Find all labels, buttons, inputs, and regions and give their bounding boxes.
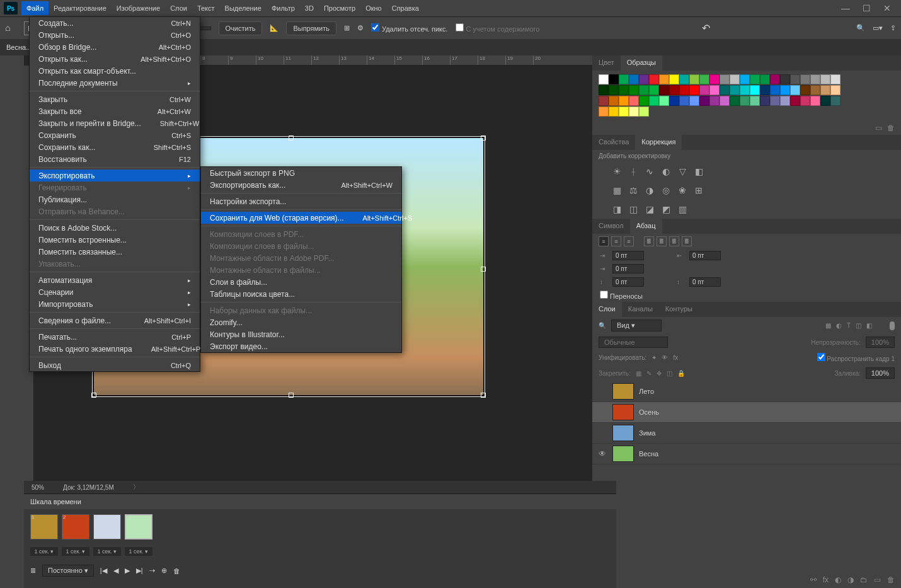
menu-item[interactable]: Таблицы поиска цвета... (201, 288, 401, 300)
balance-icon[interactable]: ⚖ (628, 185, 639, 196)
menu-Слои[interactable]: Слои (165, 1, 192, 15)
tab-character[interactable]: Символ (592, 219, 630, 234)
menu-item[interactable]: Экспорт видео... (201, 340, 401, 352)
gradient-icon[interactable]: ◩ (660, 204, 672, 215)
swatch[interactable] (740, 85, 750, 95)
swatch[interactable] (780, 85, 790, 95)
menu-item[interactable]: Автоматизация▸ (30, 274, 200, 286)
menu-3D[interactable]: 3D (300, 1, 319, 15)
lock-position-icon[interactable]: ✥ (657, 370, 662, 377)
unify-visibility-icon[interactable]: 👁 (662, 354, 668, 361)
tab-color[interactable]: Цвет (592, 55, 621, 71)
indent-left[interactable]: 0 пт (612, 251, 644, 260)
space-after[interactable]: 0 пт (689, 277, 721, 287)
delete-cropped-check[interactable]: Удалить отсеч. пикс. (371, 23, 448, 33)
exposure-icon[interactable]: ◐ (660, 166, 672, 177)
swatch[interactable] (619, 85, 629, 95)
zoom-level[interactable]: 50% (32, 484, 44, 491)
maximize-button[interactable]: ☐ (863, 3, 871, 13)
swatch[interactable] (760, 74, 770, 84)
justify-left[interactable]: ≣ (644, 236, 654, 246)
clear-button[interactable]: Очистить (219, 21, 263, 35)
menu-item[interactable]: ВыходCtrl+Q (30, 359, 200, 371)
close-button[interactable]: ✕ (883, 3, 891, 13)
timeline-frame[interactable]: 11 сек. ▾ (30, 514, 58, 556)
menu-item[interactable]: Публикация... (30, 193, 200, 205)
swatch[interactable] (679, 96, 689, 106)
mixer-icon[interactable]: ◎ (660, 185, 672, 196)
swatch[interactable] (629, 85, 639, 95)
link-layers-icon[interactable]: ⚯ (810, 575, 817, 584)
align-left[interactable]: ≡ (599, 236, 609, 246)
fx-icon[interactable]: fx (823, 575, 829, 584)
swatch[interactable] (599, 96, 609, 106)
swatch[interactable] (649, 74, 659, 84)
menu-Текст[interactable]: Текст (192, 1, 220, 15)
minimize-button[interactable]: — (841, 3, 850, 13)
swatch[interactable] (810, 74, 820, 84)
swatch[interactable] (609, 96, 619, 106)
justify-right[interactable]: ≣ (669, 236, 679, 246)
first-line[interactable]: 0 пт (612, 264, 644, 274)
invert-icon[interactable]: ◨ (611, 204, 623, 215)
swatch[interactable] (639, 74, 649, 84)
menu-item[interactable]: Сохранить как...Shift+Ctrl+S (30, 141, 200, 153)
swatch[interactable] (669, 85, 679, 95)
new-swatch-icon[interactable]: ▭ (875, 124, 882, 132)
timeline-menu-icon[interactable]: ≣ (30, 567, 36, 575)
menu-Изображение[interactable]: Изображение (112, 1, 165, 15)
swatch[interactable] (750, 74, 760, 84)
menu-item[interactable]: Сценарии▸ (30, 286, 200, 298)
filter-shape-icon[interactable]: ◫ (856, 322, 861, 329)
undo-icon[interactable]: ↶ (702, 22, 710, 34)
menu-item[interactable]: Поиск в Adobe Stock... (30, 222, 200, 234)
layer-row[interactable]: 👁Весна (592, 444, 901, 464)
menu-item[interactable]: Открыть как...Alt+Shift+Ctrl+O (30, 53, 200, 65)
swatch[interactable] (699, 85, 709, 95)
filter-icon[interactable]: 🔍 (599, 322, 606, 329)
swatch[interactable] (820, 96, 830, 106)
tab-swatches[interactable]: Образцы (621, 55, 662, 71)
justify-all[interactable]: ≣ (682, 236, 692, 246)
swatch[interactable] (790, 85, 800, 95)
swatch[interactable] (820, 85, 830, 95)
lookup-icon[interactable]: ❀ (677, 185, 688, 196)
swatch[interactable] (790, 96, 800, 106)
opacity-value[interactable]: 100% (866, 337, 895, 348)
menu-item[interactable]: Поместить связанные... (30, 246, 200, 258)
hyphenate-check[interactable]: Переносы (600, 291, 643, 300)
filter-type-icon[interactable]: T (847, 322, 851, 329)
tab-adjustments[interactable]: Коррекция (635, 135, 682, 150)
swatch[interactable] (750, 85, 760, 95)
justify-center[interactable]: ≣ (657, 236, 667, 246)
menu-item[interactable]: ЗакрытьCtrl+W (30, 93, 200, 105)
swatch[interactable] (699, 74, 709, 84)
indent-right[interactable]: 0 пт (689, 251, 721, 260)
swatch[interactable] (760, 96, 770, 106)
tab-channels[interactable]: Каналы (622, 302, 659, 317)
tween-button[interactable]: ⇢ (149, 567, 155, 575)
selective-icon[interactable]: ▥ (677, 204, 688, 215)
menu-item[interactable]: Обзор в Bridge...Alt+Ctrl+O (30, 41, 200, 53)
swatch[interactable] (659, 96, 669, 106)
menu-item[interactable]: Создать...Ctrl+N (30, 17, 200, 29)
lock-pixels-icon[interactable]: ▦ (636, 370, 641, 377)
straighten-icon[interactable]: 📐 (270, 24, 278, 32)
lock-all-icon[interactable]: 🔒 (677, 370, 685, 377)
unify-position-icon[interactable]: ✦ (651, 354, 657, 361)
play-button[interactable]: ▶ (125, 567, 130, 575)
swatch[interactable] (679, 85, 689, 95)
mask-icon[interactable]: ◐ (835, 575, 841, 584)
swatch[interactable] (699, 96, 709, 106)
swatch[interactable] (740, 74, 750, 84)
swatch[interactable] (689, 85, 699, 95)
tool-palette[interactable] (0, 55, 24, 588)
swatch[interactable] (800, 96, 810, 106)
bw-icon[interactable]: ▦ (611, 185, 623, 196)
swatch[interactable] (649, 96, 659, 106)
straighten-button[interactable]: Выпрямить (286, 21, 336, 35)
lock-paint-icon[interactable]: ✎ (646, 370, 651, 377)
workspace-icon[interactable]: ▭▾ (873, 24, 883, 32)
swatch[interactable] (730, 85, 740, 95)
menu-item[interactable]: Сведения о файле...Alt+Shift+Ctrl+I (30, 314, 200, 326)
